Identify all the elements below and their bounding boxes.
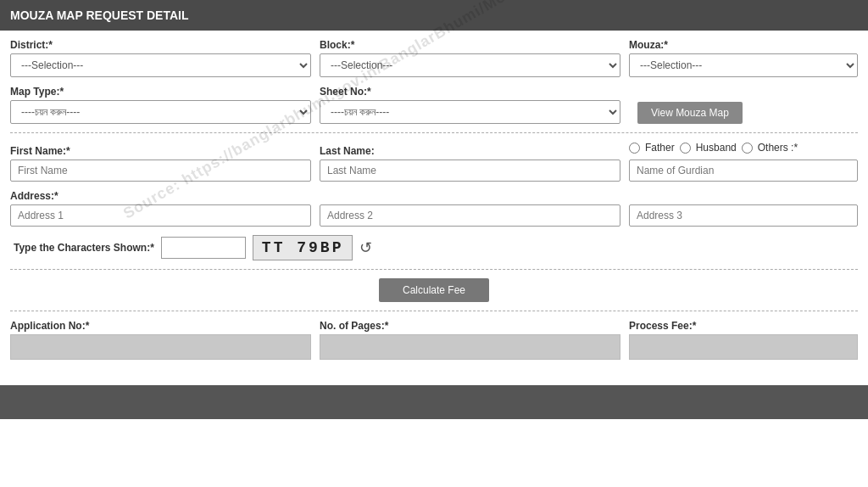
guardian-input[interactable] [629, 160, 858, 182]
district-field: District:* ---Selection--- [10, 39, 311, 77]
divider-2 [10, 269, 858, 270]
processfee-label: Process Fee:* [629, 320, 858, 332]
divider-1 [10, 132, 858, 133]
maptype-field: Map Type:* ----চয়ন করুন---- [10, 86, 311, 124]
mouza-field: Mouza:* ---Selection--- [629, 39, 858, 77]
guardian-field: Father Husband Others :* [629, 142, 858, 182]
sheetno-select[interactable]: ----চয়ন করুন---- [320, 100, 620, 124]
address3-input[interactable] [629, 204, 858, 227]
viewmap-group: View Mouza Map [629, 102, 858, 124]
sheetno-field: Sheet No:* ----চয়ন করুন---- [320, 86, 620, 124]
page-title: MOUZA MAP REQUEST DETAIL [10, 8, 189, 22]
sheetno-label: Sheet No:* [320, 86, 620, 98]
lastname-field: Last Name: [320, 145, 620, 182]
captcha-row: Type the Characters Shown:* TT 79BP ↺ [10, 235, 858, 260]
appno-label: Application No:* [10, 320, 311, 332]
address3-label [629, 190, 858, 202]
calculate-row: Calculate Fee [10, 278, 858, 302]
mouza-select[interactable]: ---Selection--- [629, 53, 858, 77]
appno-value [10, 334, 311, 360]
address1-input[interactable] [10, 204, 311, 227]
firstname-field: First Name:* [10, 145, 311, 182]
address3-field [629, 190, 858, 227]
firstname-label: First Name:* [10, 145, 311, 157]
nopages-field: No. of Pages:* [320, 320, 620, 360]
block-select[interactable]: ---Selection--- [320, 53, 620, 77]
maptype-sheetno-row: Map Type:* ----চয়ন করুন---- Sheet No:* … [10, 86, 858, 124]
block-field: Block:* ---Selection--- [320, 39, 620, 77]
husband-radio[interactable] [680, 143, 691, 154]
address-label: Address:* [10, 190, 311, 202]
app-details-row: Application No:* No. of Pages:* Process … [10, 320, 858, 360]
guardian-radio-row: Father Husband Others :* [629, 142, 858, 154]
address2-label [320, 190, 620, 202]
divider-3 [10, 311, 858, 311]
captcha-label: Type the Characters Shown:* [14, 242, 154, 254]
address-row: Address:* [10, 190, 858, 227]
district-select[interactable]: ---Selection--- [10, 53, 311, 77]
captcha-image: TT 79BP [253, 235, 353, 260]
others-radio[interactable] [742, 143, 753, 154]
mouza-label: Mouza:* [629, 39, 858, 51]
page-header: MOUZA MAP REQUEST DETAIL [0, 0, 868, 31]
husband-label: Husband [696, 142, 737, 154]
address2-field [320, 190, 620, 227]
block-label: Block:* [320, 39, 620, 51]
lastname-input[interactable] [320, 160, 620, 182]
view-mouza-map-button[interactable]: View Mouza Map [637, 102, 743, 124]
appno-field: Application No:* [10, 320, 311, 360]
nopages-value [320, 334, 620, 360]
father-label: Father [645, 142, 675, 154]
name-guardian-row: First Name:* Last Name: Father Husband O… [10, 142, 858, 182]
lastname-label: Last Name: [320, 145, 620, 157]
captcha-input[interactable] [161, 237, 246, 259]
address1-field: Address:* [10, 190, 311, 227]
captcha-refresh-icon[interactable]: ↺ [359, 238, 372, 257]
processfee-field: Process Fee:* [629, 320, 858, 360]
maptype-select[interactable]: ----চয়ন করুন---- [10, 100, 311, 124]
district-block-mouza-row: District:* ---Selection--- Block:* ---Se… [10, 39, 858, 77]
footer-bar [0, 385, 868, 419]
father-radio[interactable] [629, 143, 640, 154]
district-label: District:* [10, 39, 311, 51]
main-content: District:* ---Selection--- Block:* ---Se… [0, 31, 868, 377]
firstname-input[interactable] [10, 160, 311, 182]
others-label: Others :* [758, 142, 798, 154]
calculate-fee-button[interactable]: Calculate Fee [379, 278, 489, 302]
processfee-value [629, 334, 858, 360]
maptype-label: Map Type:* [10, 86, 311, 98]
nopages-label: No. of Pages:* [320, 320, 620, 332]
address2-input[interactable] [320, 204, 620, 227]
